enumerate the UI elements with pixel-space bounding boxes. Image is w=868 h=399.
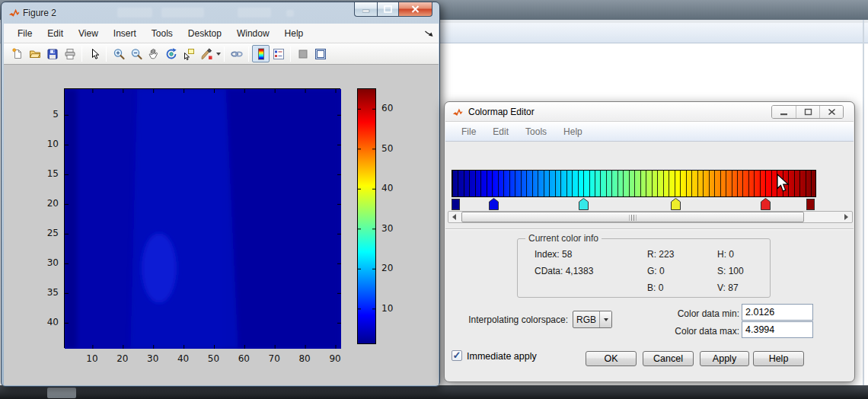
menu-overflow-icon[interactable] [424, 30, 434, 40]
titlebar-ghost-text [161, 8, 204, 18]
titlebar-ghost-text [238, 8, 271, 18]
colorspace-label: Interpolating colorspace: [445, 314, 568, 325]
close-button[interactable] [398, 2, 432, 17]
x-tick-label: 70 [261, 353, 287, 364]
plot-tools-off-icon[interactable] [294, 45, 311, 62]
y-tick-label: 40 [34, 317, 59, 327]
panel-divider [445, 228, 854, 230]
chevron-down-icon[interactable] [599, 311, 611, 327]
color-info-b: B: 0 [647, 282, 663, 293]
figure-menu-insert[interactable]: Insert [106, 25, 144, 42]
colorbar [357, 88, 376, 344]
y-tick-label: 30 [34, 257, 59, 268]
y-tick-label: 25 [34, 228, 59, 238]
figure-canvas: 5101520253035401020304050607080901020304… [4, 65, 439, 385]
colormap-editor-window: Colormap Editor FileEditToolsHelp Curren… [444, 101, 855, 382]
figure-menu-window[interactable]: Window [229, 25, 277, 42]
color-data-min-input[interactable] [742, 304, 813, 321]
color-info-g: G: 0 [647, 266, 665, 276]
editor-menu-tools[interactable]: Tools [517, 123, 555, 140]
color-info-cdata: CData: 4,1383 [535, 266, 593, 276]
pointer-icon[interactable] [85, 45, 103, 62]
scrollbar-thumb[interactable] [461, 212, 804, 222]
x-tick-label: 60 [231, 353, 257, 364]
y-tick-label: 20 [34, 198, 59, 209]
matlab-icon [452, 107, 463, 117]
link-plot-icon[interactable] [228, 45, 245, 62]
editor-menu-edit[interactable]: Edit [484, 123, 517, 140]
apply-button[interactable]: Apply [700, 351, 749, 366]
colorspace-dropdown[interactable]: RGB [573, 311, 612, 328]
close-button[interactable] [819, 106, 843, 118]
dock-figure-icon[interactable] [311, 45, 329, 62]
figure-toolbar [4, 43, 439, 65]
color-info-v: V: 87 [717, 282, 739, 293]
current-color-info-group: Current color info Index: 58CData: 4,138… [517, 238, 771, 298]
maximize-button[interactable] [796, 106, 819, 118]
scroll-right-icon[interactable] [841, 212, 852, 222]
scrollbar-grip [630, 215, 637, 221]
color-data-max-label: Color data max: [635, 326, 739, 337]
toolbar-separator [224, 46, 225, 62]
minimize-button[interactable] [772, 106, 796, 118]
y-tick-label: 10 [34, 139, 59, 149]
figure-window: Figure 2 FileEditViewInsertToolsDesktopW… [1, 2, 440, 387]
colormap-scrollbar[interactable] [448, 211, 853, 223]
insert-legend-icon[interactable] [270, 45, 287, 62]
x-tick-label: 10 [79, 353, 105, 364]
group-legend: Current color info [525, 233, 602, 244]
scroll-left-icon[interactable] [448, 212, 460, 222]
figure-menu-tools[interactable]: Tools [144, 25, 180, 42]
figure-menu-desktop[interactable]: Desktop [180, 25, 229, 42]
figure-menu-help[interactable]: Help [277, 25, 311, 42]
colorbar-tick-label: 40 [381, 183, 393, 193]
figure-window-title: Figure 2 [23, 8, 56, 18]
ok-button[interactable]: OK [586, 351, 637, 366]
x-tick-label: 30 [140, 353, 166, 364]
rotate-3d-icon[interactable] [162, 45, 180, 62]
colorbar-tick-label: 60 [381, 103, 393, 113]
image-plot[interactable] [64, 88, 340, 348]
titlebar-ghost-text [286, 10, 294, 17]
editor-menu-file[interactable]: File [453, 123, 484, 140]
zoom-out-icon[interactable] [127, 45, 145, 62]
figure-titlebar[interactable]: Figure 2 [2, 2, 439, 23]
colormap-strip[interactable] [452, 170, 816, 197]
editor-menu-help[interactable]: Help [555, 123, 591, 140]
figure-menu-edit[interactable]: Edit [40, 25, 71, 42]
minimize-button[interactable] [354, 2, 377, 17]
y-tick-label: 35 [34, 287, 59, 298]
titlebar-ghost-text [117, 8, 152, 18]
data-cursor-icon[interactable] [180, 45, 197, 62]
toolbar-separator [248, 46, 249, 62]
print-figure-icon[interactable] [61, 45, 78, 62]
y-tick-label: 15 [34, 168, 59, 179]
color-info-r: R: 223 [647, 249, 674, 260]
x-tick-label: 50 [200, 353, 226, 364]
colorbar-tick-label: 30 [381, 223, 393, 234]
color-data-min-label: Color data min: [635, 308, 739, 319]
zoom-in-icon[interactable] [110, 45, 127, 62]
immediate-apply-checkbox[interactable]: ✓ [452, 350, 462, 361]
color-data-max-input[interactable] [742, 321, 813, 338]
y-tick-label: 5 [34, 109, 59, 120]
figure-menu-file[interactable]: File [10, 25, 40, 42]
figure-menubar: FileEditViewInsertToolsDesktopWindowHelp [4, 24, 439, 43]
matlab-icon [8, 7, 20, 18]
brush-icon[interactable] [197, 45, 215, 62]
cancel-button[interactable]: Cancel [643, 351, 694, 366]
help-button[interactable]: Help [753, 351, 804, 366]
pan-icon[interactable] [145, 45, 162, 62]
editor-titlebar[interactable]: Colormap Editor [445, 102, 854, 122]
save-figure-icon[interactable] [43, 45, 61, 62]
x-tick-label: 40 [171, 353, 196, 364]
insert-colorbar-icon[interactable] [252, 45, 270, 62]
maximize-button[interactable] [377, 2, 398, 17]
colorbar-tick-label: 20 [381, 263, 393, 273]
brush-dropdown-icon[interactable] [216, 53, 221, 56]
open-file-icon[interactable] [26, 45, 43, 62]
color-info-index: Index: 58 [535, 249, 572, 260]
figure-menu-view[interactable]: View [71, 25, 106, 42]
taskbar-item[interactable] [47, 388, 76, 398]
new-figure-icon[interactable] [8, 45, 26, 62]
